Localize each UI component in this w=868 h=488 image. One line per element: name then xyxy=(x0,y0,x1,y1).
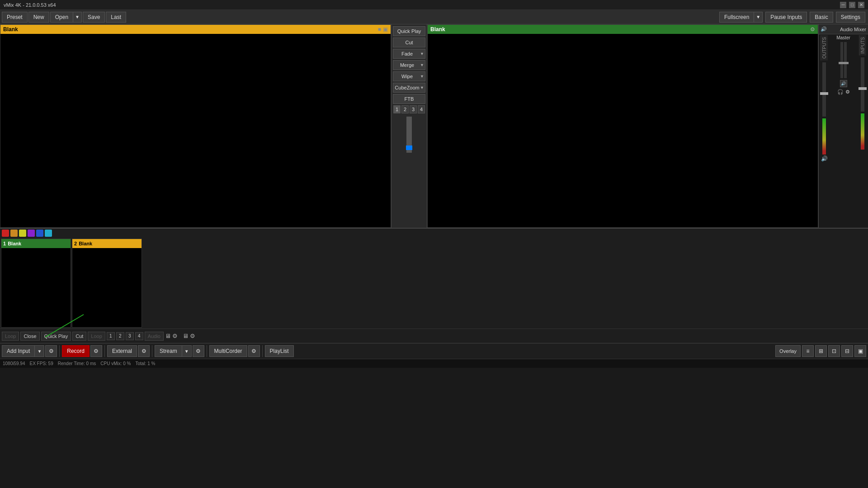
wipe-button[interactable]: Wipe ▼ xyxy=(393,71,425,81)
inputs-label: INPUTS xyxy=(859,35,866,56)
ftb-button[interactable]: FTB xyxy=(393,94,425,104)
open-split: Open ▼ xyxy=(50,12,82,23)
open-button[interactable]: Open xyxy=(50,12,73,23)
minimize-button[interactable]: ─ xyxy=(840,2,846,8)
input-2-preview[interactable] xyxy=(72,248,142,327)
add-input-button[interactable]: Add Input xyxy=(2,345,34,357)
quick-play-button[interactable]: Quick Play xyxy=(393,26,425,36)
preset-button[interactable]: Preset xyxy=(2,12,28,23)
headphones-btn[interactable]: 🎧 xyxy=(837,89,844,95)
input-num-1[interactable]: 1 xyxy=(107,332,115,340)
save-button[interactable]: Save xyxy=(83,12,105,23)
input-num-3[interactable]: 3 xyxy=(126,332,134,340)
external-button[interactable]: External xyxy=(107,345,137,357)
input-cut-btn[interactable]: Cut xyxy=(72,332,86,341)
inputs-meter xyxy=(861,113,864,150)
preview-icon1[interactable]: ■ xyxy=(378,26,381,33)
program-gear-icon[interactable]: ⚙ xyxy=(810,26,815,33)
input-gear-icon[interactable]: ⚙ xyxy=(172,333,178,339)
audio-mixer-title: Audio Mixer xyxy=(840,27,866,32)
color-cyan[interactable] xyxy=(45,230,52,237)
basic-button[interactable]: Basic xyxy=(810,12,833,23)
input-1-name: Blank xyxy=(8,241,21,246)
stream-gear[interactable]: ⚙ xyxy=(193,345,204,357)
input-num-4[interactable]: 4 xyxy=(135,332,143,340)
trans-num-3[interactable]: 3 xyxy=(410,105,417,113)
fullscreen-arrow[interactable]: ▼ xyxy=(754,12,763,23)
window-controls: ─ □ ✕ xyxy=(840,2,864,8)
close-button[interactable]: ✕ xyxy=(858,2,864,8)
merge-button[interactable]: Merge ▼ xyxy=(393,60,425,70)
audio-btn[interactable]: Audio xyxy=(145,332,164,341)
preview-content xyxy=(0,34,391,227)
input-quick-play-btn[interactable]: Quick Play xyxy=(41,332,71,341)
audio-mixer: 🔊 Audio Mixer OUTPUTS 🔊 Master xyxy=(818,24,868,228)
view-medium-btn[interactable]: ⊟ xyxy=(841,345,853,357)
color-orange[interactable] xyxy=(10,230,18,237)
transition-num-buttons: 1 2 3 4 xyxy=(393,105,425,113)
view-small-btn[interactable]: ▣ xyxy=(854,345,866,357)
outputs-mute-btn[interactable]: 🔊 xyxy=(821,155,828,162)
new-button[interactable]: New xyxy=(28,12,49,23)
trans-num-1[interactable]: 1 xyxy=(393,105,401,113)
stream-button[interactable]: Stream xyxy=(155,345,182,357)
input-controls-row: Loop Close Quick Play Cut Loop 1 2 3 4 A… xyxy=(0,328,868,343)
color-purple[interactable] xyxy=(28,230,35,237)
cubezoom-button[interactable]: CubeZoom ▼ xyxy=(393,83,425,93)
last-button[interactable]: Last xyxy=(106,12,126,23)
preview-header: Blank ■ ▣ xyxy=(0,25,391,34)
preview-title: Blank xyxy=(3,26,18,33)
trans-num-2[interactable]: 2 xyxy=(401,105,409,113)
close-btn[interactable]: Close xyxy=(20,332,39,341)
loop-btn[interactable]: Loop xyxy=(2,332,19,341)
loop2-btn[interactable]: Loop xyxy=(88,332,105,341)
transition-slider[interactable] xyxy=(393,117,425,153)
open-arrow[interactable]: ▼ xyxy=(73,12,82,23)
multicorder-gear[interactable]: ⚙ xyxy=(248,345,260,357)
master-label: Master xyxy=(836,35,850,40)
view-large-btn[interactable]: ⊡ xyxy=(828,345,840,357)
color-yellow[interactable] xyxy=(19,230,26,237)
view-list-btn[interactable]: ≡ xyxy=(802,345,814,357)
outputs-fader[interactable] xyxy=(822,62,826,117)
stream-arrow[interactable]: ▼ xyxy=(182,345,192,357)
add-input-gear[interactable]: ⚙ xyxy=(45,345,57,357)
master-faders xyxy=(840,42,847,78)
master-fader-r[interactable] xyxy=(844,42,847,78)
input-1-preview[interactable] xyxy=(1,248,71,327)
preview-icon2[interactable]: ▣ xyxy=(383,26,388,33)
add-input-arrow[interactable]: ▼ xyxy=(34,345,44,357)
monitor-icon[interactable]: 🖥 xyxy=(165,333,171,339)
settings-knob[interactable]: ⚙ xyxy=(845,89,850,95)
outputs-label: OUTPUTS xyxy=(821,35,828,61)
record-gear[interactable]: ⚙ xyxy=(90,345,102,357)
cpu-text: CPU vMix: 0 % xyxy=(100,361,131,366)
inputs-fader[interactable] xyxy=(861,57,864,112)
settings-button[interactable]: Settings xyxy=(836,12,865,23)
overlay-button[interactable]: Overlay xyxy=(775,345,801,357)
view-grid-btn[interactable]: ⊞ xyxy=(815,345,827,357)
color-red[interactable] xyxy=(2,230,9,237)
multicorder-button[interactable]: MultiCorder xyxy=(209,345,247,357)
cut-button[interactable]: Cut xyxy=(393,38,425,47)
master-volume-btn[interactable]: 🔊 xyxy=(840,80,847,87)
pause-inputs-button[interactable]: Pause Inputs xyxy=(765,12,807,23)
external-gear[interactable]: ⚙ xyxy=(138,345,150,357)
trans-num-4[interactable]: 4 xyxy=(418,105,425,113)
input-num-2[interactable]: 2 xyxy=(116,332,124,340)
master-controls: 🎧 ⚙ xyxy=(837,89,850,95)
fade-button[interactable]: Fade ▼ xyxy=(393,49,425,59)
inputs-row: 1 Blank 2 Blank xyxy=(0,238,868,328)
color-row xyxy=(0,229,868,238)
color-blue[interactable] xyxy=(36,230,43,237)
program-header: Blank ⚙ xyxy=(428,25,818,34)
maximize-button[interactable]: □ xyxy=(849,2,855,8)
program-title: Blank xyxy=(430,26,445,33)
fullscreen-button[interactable]: Fullscreen xyxy=(719,12,754,23)
monitor2-icon[interactable]: 🖥 xyxy=(183,333,189,339)
input-gear2-icon[interactable]: ⚙ xyxy=(190,333,195,339)
bottom-area: 1 Blank 2 Blank Loop Close Quick Play Cu… xyxy=(0,228,868,359)
record-button[interactable]: Record xyxy=(62,345,90,357)
master-fader-l[interactable] xyxy=(840,42,843,78)
playlist-button[interactable]: PlayList xyxy=(265,345,294,357)
